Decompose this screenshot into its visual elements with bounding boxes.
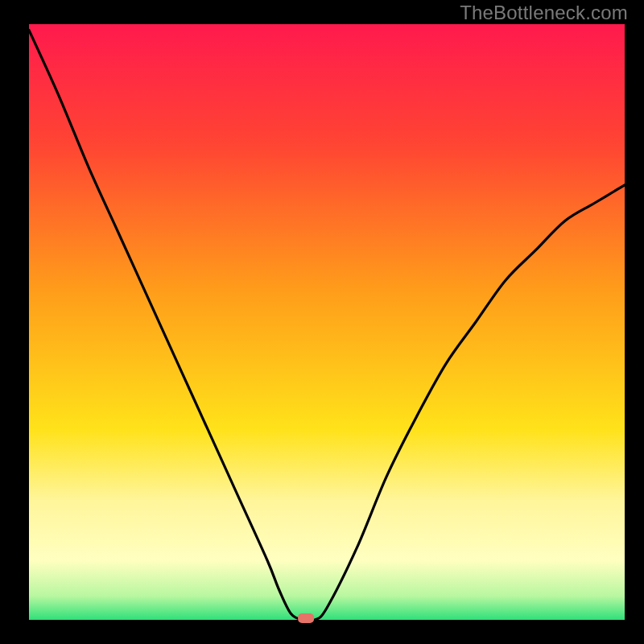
chart-frame: TheBottleneck.com xyxy=(0,0,644,644)
bottleneck-chart xyxy=(0,0,644,644)
watermark-text: TheBottleneck.com xyxy=(460,2,628,24)
gradient-background xyxy=(29,24,625,620)
optimal-point-marker xyxy=(298,613,314,623)
